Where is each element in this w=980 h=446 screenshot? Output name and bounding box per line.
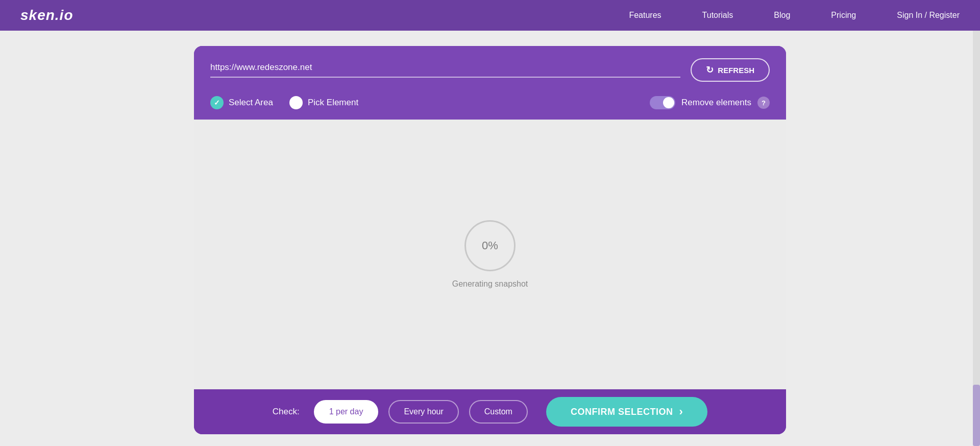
refresh-button[interactable]: ↻ REFRESH	[691, 58, 770, 82]
nav-signin[interactable]: Sign In / Register	[897, 11, 960, 20]
select-area-option[interactable]: ✓ Select Area	[210, 96, 273, 109]
main-wrapper: ↻ REFRESH ✓ Select Area Pick Element	[0, 31, 980, 446]
nav-features[interactable]: Features	[629, 11, 661, 20]
snapshot-area: 0% Generating snapshot	[194, 120, 786, 389]
select-area-checkbox[interactable]: ✓	[210, 96, 224, 109]
freq-custom-button[interactable]: Custom	[469, 400, 528, 424]
remove-elements-label: Remove elements	[681, 98, 751, 108]
controls-row: ✓ Select Area Pick Element Remove elemen…	[194, 92, 786, 120]
controls-right: Remove elements ?	[650, 96, 770, 109]
pick-element-option[interactable]: Pick Element	[289, 96, 358, 109]
nav-pricing[interactable]: Pricing	[831, 11, 856, 20]
toggle-knob	[663, 97, 674, 108]
progress-text: 0%	[482, 239, 498, 252]
confirm-label: CONFIRM SELECTION	[571, 407, 673, 417]
check-label: Check:	[273, 407, 300, 417]
nav-blog[interactable]: Blog	[774, 11, 790, 20]
logo[interactable]: sken.io	[20, 7, 73, 24]
freq-1-per-day-button[interactable]: 1 per day	[314, 400, 379, 424]
help-icon[interactable]: ?	[757, 97, 770, 109]
remove-elements-toggle[interactable]	[650, 96, 675, 109]
navigation: Features Tutorials Blog Pricing Sign In …	[629, 11, 960, 20]
help-text: ?	[762, 99, 766, 107]
url-section: ↻ REFRESH	[194, 46, 786, 92]
pick-element-radio[interactable]	[289, 96, 303, 109]
freq-every-hour-button[interactable]: Every hour	[388, 400, 458, 424]
scrollbar-track[interactable]	[973, 31, 980, 446]
bottom-bar: Check: 1 per day Every hour Custom CONFI…	[194, 389, 786, 434]
scrollbar-thumb[interactable]	[973, 385, 980, 446]
confirm-selection-button[interactable]: CONFIRM SELECTION ›	[546, 397, 707, 427]
url-input[interactable]	[210, 62, 680, 73]
header: sken.io Features Tutorials Blog Pricing …	[0, 0, 980, 31]
controls-left: ✓ Select Area Pick Element	[210, 96, 358, 109]
generating-text: Generating snapshot	[452, 279, 528, 289]
url-input-wrapper	[210, 62, 680, 78]
content-card: ↻ REFRESH ✓ Select Area Pick Element	[194, 46, 786, 434]
pick-element-label: Pick Element	[308, 98, 358, 108]
confirm-arrow-icon: ›	[679, 405, 683, 418]
refresh-label: REFRESH	[718, 66, 754, 75]
refresh-icon: ↻	[706, 64, 714, 76]
select-area-label: Select Area	[229, 98, 273, 108]
progress-circle: 0%	[464, 220, 516, 271]
nav-tutorials[interactable]: Tutorials	[702, 11, 733, 20]
